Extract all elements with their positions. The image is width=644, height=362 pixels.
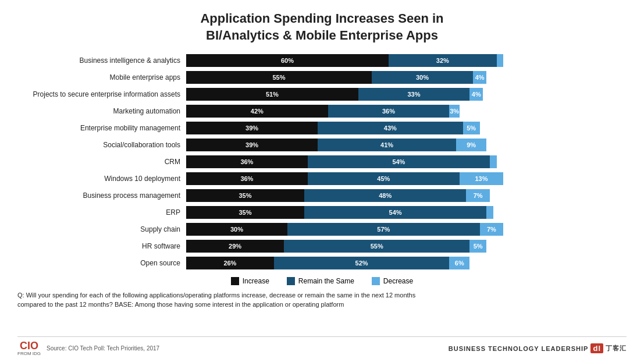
row-label: HR software xyxy=(17,242,186,250)
chart-row: Business process management35%48%7% xyxy=(17,188,627,203)
legend-increase: Increase xyxy=(231,277,269,285)
row-label: Windows 10 deployment xyxy=(17,175,186,183)
bar-same: 52% xyxy=(274,257,450,269)
bar-same: 54% xyxy=(304,206,486,219)
chart-row: Windows 10 deployment36%45%13% xyxy=(17,171,627,186)
bar-same: 45% xyxy=(308,172,460,185)
legend-decrease: Decrease xyxy=(372,277,413,285)
bar-increase: 51% xyxy=(186,88,358,101)
bar-same: 54% xyxy=(308,155,490,168)
source-text: Source: CIO Tech Poll: Tech Priorities, … xyxy=(47,345,159,352)
chart-row: Projects to secure enterprise informatio… xyxy=(17,87,627,102)
bar-container: 35%48%7% xyxy=(186,189,627,202)
bar-decrease: 4% xyxy=(469,88,483,101)
row-label: Enterprise mobility management xyxy=(17,124,186,132)
cio-logo: CIO FROM IDG xyxy=(17,340,41,356)
bar-increase: 36% xyxy=(186,172,308,185)
red-logo: dl xyxy=(590,343,603,353)
bar-decrease xyxy=(497,54,504,67)
bar-same: 43% xyxy=(318,122,462,134)
bar-decrease: 3% xyxy=(449,105,459,118)
chart-title: Application Spending Increases Seen in B… xyxy=(17,10,627,44)
chart-row: Business intelligence & analytics60%32% xyxy=(17,53,627,68)
bar-same: 55% xyxy=(284,240,469,253)
bar-decrease: 7% xyxy=(466,189,490,202)
row-label: Mobile enterprise apps xyxy=(17,73,186,81)
bar-increase: 29% xyxy=(186,240,284,253)
bar-same: 30% xyxy=(372,71,473,84)
chart-row: Social/collaboration tools39%41%9% xyxy=(17,137,627,152)
chart-row: Marketing automation42%36%3% xyxy=(17,104,627,119)
chart-row: ERP35%54% xyxy=(17,205,627,220)
bar-container: 60%32% xyxy=(186,54,627,67)
footnote: Q: Will your spending for each of the fo… xyxy=(17,291,627,309)
bar-container: 30%57%7% xyxy=(186,223,627,236)
bar-increase: 39% xyxy=(186,139,318,151)
bar-increase: 35% xyxy=(186,189,304,202)
bar-decrease: 4% xyxy=(473,71,486,84)
row-label: ERP xyxy=(17,208,186,217)
bar-increase: 36% xyxy=(186,155,308,168)
bar-increase: 35% xyxy=(186,206,304,219)
chart-row: HR software29%55%5% xyxy=(17,239,627,254)
legend-same: Remain the Same xyxy=(287,277,354,285)
legend: Increase Remain the Same Decrease xyxy=(17,277,627,285)
chart-content: Business intelligence & analytics60%32%M… xyxy=(17,53,627,336)
row-label: CRM xyxy=(17,158,186,166)
row-label: Social/collaboration tools xyxy=(17,141,186,149)
bar-decrease: 6% xyxy=(449,257,469,269)
bar-same: 41% xyxy=(318,139,456,151)
chart-row: CRM36%54% xyxy=(17,154,627,169)
bar-same: 36% xyxy=(328,105,450,118)
footer-right: BUSINESS TECHNOLOGY LEADERSHIP dl 丁客汇 xyxy=(449,343,627,353)
bar-increase: 26% xyxy=(186,257,274,269)
footer: CIO FROM IDG Source: CIO Tech Poll: Tech… xyxy=(17,336,627,356)
decrease-swatch xyxy=(372,277,380,285)
chinese-text: 丁客汇 xyxy=(606,344,627,353)
bar-decrease: 5% xyxy=(463,122,480,134)
row-label: Marketing automation xyxy=(17,107,186,115)
bar-container: 36%45%13% xyxy=(186,172,627,185)
bar-container: 55%30%4% xyxy=(186,71,627,84)
bar-increase: 42% xyxy=(186,105,328,118)
bar-decrease xyxy=(490,155,497,168)
decrease-label: Decrease xyxy=(383,277,413,285)
bar-decrease xyxy=(486,206,493,219)
bar-decrease: 13% xyxy=(460,172,503,185)
row-label: Projects to secure enterprise informatio… xyxy=(17,90,186,98)
chart-row: Mobile enterprise apps55%30%4% xyxy=(17,70,627,85)
bar-container: 36%54% xyxy=(186,155,627,168)
bar-decrease: 7% xyxy=(480,223,504,236)
increase-label: Increase xyxy=(243,277,269,285)
main-container: Application Spending Increases Seen in B… xyxy=(0,0,644,362)
bar-same: 32% xyxy=(389,54,497,67)
bar-increase: 39% xyxy=(186,122,318,134)
chart-row: Supply chain30%57%7% xyxy=(17,222,627,237)
bar-container: 42%36%3% xyxy=(186,105,627,118)
row-label: Supply chain xyxy=(17,225,186,233)
chart-row: Enterprise mobility management39%43%5% xyxy=(17,120,627,136)
row-label: Business intelligence & analytics xyxy=(17,56,186,65)
bar-same: 33% xyxy=(358,88,469,101)
bar-container: 26%52%6% xyxy=(186,257,627,269)
bar-container: 39%43%5% xyxy=(186,122,627,134)
bar-increase: 55% xyxy=(186,71,372,84)
bar-increase: 30% xyxy=(186,223,287,236)
bar-container: 51%33%4% xyxy=(186,88,627,101)
brand-text: BUSINESS TECHNOLOGY LEADERSHIP xyxy=(449,345,589,352)
row-label: Open source xyxy=(17,259,186,267)
bar-increase: 60% xyxy=(186,54,389,67)
bar-container: 29%55%5% xyxy=(186,240,627,253)
chart-rows: Business intelligence & analytics60%32%M… xyxy=(17,53,627,272)
increase-swatch xyxy=(231,277,239,285)
bar-same: 57% xyxy=(287,223,480,236)
same-swatch xyxy=(287,277,295,285)
bar-container: 39%41%9% xyxy=(186,139,627,151)
bar-decrease: 9% xyxy=(456,139,486,151)
bar-container: 35%54% xyxy=(186,206,627,219)
same-label: Remain the Same xyxy=(298,277,354,285)
bar-decrease: 5% xyxy=(469,240,486,253)
row-label: Business process management xyxy=(17,191,186,200)
chart-row: Open source26%52%6% xyxy=(17,255,627,271)
footer-left: CIO FROM IDG Source: CIO Tech Poll: Tech… xyxy=(17,340,159,356)
